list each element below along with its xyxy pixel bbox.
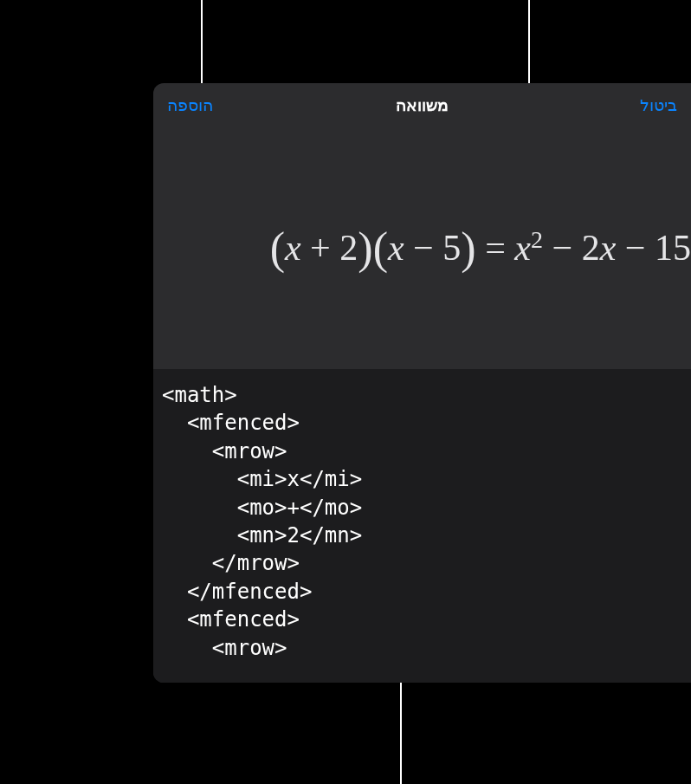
callout-line-add <box>201 0 203 83</box>
minus-operator: − <box>616 228 655 268</box>
equals-operator: = <box>476 228 515 268</box>
cancel-button[interactable]: ביטול <box>640 95 677 115</box>
variable-x: x <box>285 228 301 268</box>
equation-preview: (x + 2)(x − 5) = x2 − 2x − 15 <box>153 126 691 369</box>
number-15: 15 <box>655 228 691 268</box>
coefficient-2: 2 <box>582 228 600 268</box>
equation-dialog: הוספה משוואה ביטול (x + 2)(x − 5) = x2 −… <box>153 83 691 683</box>
close-paren: ) <box>461 224 475 273</box>
variable-x: x <box>388 228 404 268</box>
mathml-code-input[interactable]: <math> <mfenced> <mrow> <mi>x</mi> <mo>+… <box>153 369 691 683</box>
dialog-header: הוספה משוואה ביטול <box>153 83 691 126</box>
callout-line-code <box>400 680 402 784</box>
close-paren: ) <box>358 224 372 273</box>
variable-x: x <box>600 228 617 268</box>
open-paren: ( <box>270 224 285 273</box>
plus-operator: + <box>301 228 340 268</box>
open-paren: ( <box>373 224 388 273</box>
dialog-title: משוואה <box>396 95 449 115</box>
number-5: 5 <box>442 228 461 268</box>
exponent-2: 2 <box>531 226 543 253</box>
variable-x: x <box>514 228 531 268</box>
minus-operator: − <box>543 228 582 268</box>
number-2: 2 <box>339 228 358 268</box>
equation-render: (x + 2)(x − 5) = x2 − 2x − 15 <box>270 223 691 274</box>
add-button[interactable]: הוספה <box>167 95 213 115</box>
minus-operator: − <box>404 228 443 268</box>
